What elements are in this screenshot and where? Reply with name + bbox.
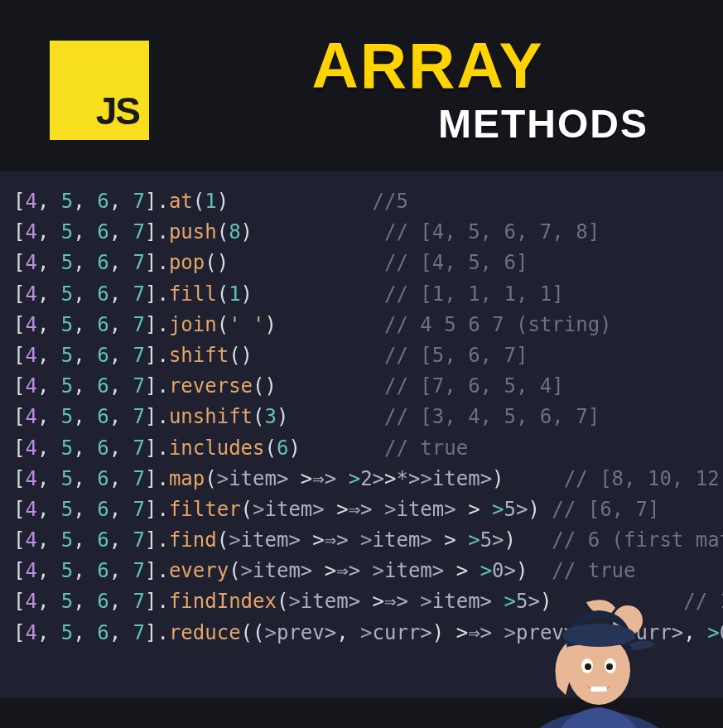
title-block: ARRAY METHODS [182,33,673,147]
title-sub: METHODS [438,101,648,147]
mascot-character [508,562,690,728]
svg-point-8 [562,624,635,647]
svg-rect-7 [590,687,607,692]
svg-point-6 [606,663,613,670]
js-logo-text: JS [96,89,139,133]
svg-point-5 [585,663,591,670]
title-main: ARRAY [311,33,543,98]
header: JS ARRAY METHODS [0,0,723,171]
js-logo: JS [50,41,149,140]
